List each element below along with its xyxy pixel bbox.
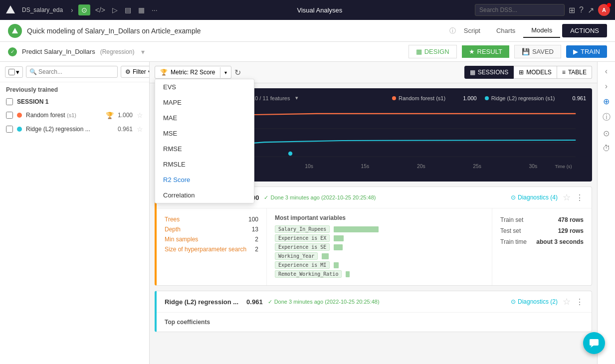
model-checkbox-0[interactable] [6,112,13,119]
checkbox-input[interactable] [8,69,15,75]
app-logo [5,4,16,15]
model-checkbox-1[interactable] [6,126,13,133]
design-button[interactable]: ▦ DESIGN [409,45,457,58]
feature-row-4: Experience is MI [275,261,484,269]
project-name[interactable]: DS_salary_eda [19,6,66,13]
models-icon: ⊞ [519,69,524,76]
filter-button[interactable]: ⚙ Filter ▾ [121,66,150,78]
arrow-icon: › [69,5,75,15]
legend-dot-1 [485,96,489,100]
session-item[interactable]: SESSION 1 [0,95,149,108]
legend-score-1: 0.961 [572,95,586,101]
model-star-0[interactable]: ☆ [563,192,571,203]
user-avatar[interactable]: A [598,4,610,16]
model-card-body-0: Trees 100 Depth 13 Min samples 2 Size of… [157,208,592,285]
feature-bar-2 [334,244,343,250]
play-icon[interactable]: ▷ [110,5,120,15]
model-name-0: Random forest (s1) [26,112,102,119]
dropdown-arrow[interactable]: ▾ [16,68,19,76]
sessions-view-btn[interactable]: ▦ SESSIONS [464,66,514,79]
history-icon[interactable]: ⏱ [603,144,611,153]
metric-item-rmsle[interactable]: RMSLE [155,157,254,172]
sidebar-model-item-1[interactable]: Ridge (L2) regression ... 0.961 ☆ [0,122,149,136]
layout-icon[interactable]: ▦ [136,5,147,15]
help-icon[interactable]: ? [579,5,584,14]
table-view-btn[interactable]: ≡ TABLE [557,66,592,79]
model-card-time-0: ✓ Done 3 minutes ago (2022-10-25 20:25:4… [264,194,376,201]
metric-item-evs[interactable]: EVS [155,79,254,95]
model-params-0: Trees 100 Depth 13 Min samples 2 Size of… [157,208,266,285]
metric-item-rmse[interactable]: RMSE [155,141,254,157]
nav-back-icon[interactable]: ‹ [605,67,608,76]
chat-fab[interactable] [583,332,605,354]
svg-marker-21 [591,346,594,348]
table-icon[interactable]: ▤ [123,5,133,15]
select-all-checkbox[interactable]: ▾ [5,66,23,78]
metric-item-mape[interactable]: MAPE [155,95,254,110]
chevron-down-icon[interactable]: ▾ [139,47,147,57]
nav-forward-icon[interactable]: › [605,82,608,91]
model-dot-0 [17,113,22,118]
models-tab[interactable]: Models [523,23,560,38]
script-tab[interactable]: Script [456,23,488,38]
models-view-btn[interactable]: ⊞ MODELS [514,66,557,79]
top-coefficients-title: Top coefficients [165,319,210,326]
svg-rect-20 [590,339,599,346]
home-icon[interactable]: ⊙ [78,4,90,15]
header-navigation: Script Charts Models [456,23,560,38]
diagnostics-button-1[interactable]: ⊙ Diagnostics (2) [511,298,558,305]
grid-icon[interactable]: ⊞ [569,5,575,15]
feature-bar-3 [322,253,329,259]
metric-dropdown-arrow[interactable]: ▾ [220,67,231,78]
star-icon-0[interactable]: ☆ [137,111,143,119]
sidebar-toolbar: ▾ 🔍 ⚙ Filter ▾ [0,62,149,82]
info-icon[interactable]: ⓘ [603,112,611,123]
model-card-body-1: Top coefficients [157,313,592,332]
add-icon[interactable]: ⊕ [603,97,610,106]
diagnostics-button-0[interactable]: ⊙ Diagnostics (4) [511,194,558,201]
code-icon[interactable]: </> [93,5,107,15]
notifications-icon[interactable]: ↗ [588,5,594,15]
regression-label: (Regression) [100,48,135,55]
star-icon-1[interactable]: ☆ [137,125,143,133]
result-icon: ★ [469,48,475,55]
train-button[interactable]: ▶ TRAIN [566,45,607,58]
metric-item-r2[interactable]: R2 Score [155,172,254,187]
model-star-1[interactable]: ☆ [563,296,571,307]
svg-text:30s: 30s [529,164,538,169]
help-circle-icon[interactable]: ⓘ [449,26,456,35]
svg-marker-0 [6,5,15,13]
charts-tab[interactable]: Charts [488,23,523,38]
sidebar-model-item-0[interactable]: Random forest (s1) 🏆 1.000 ☆ [0,108,149,122]
global-search-input[interactable] [475,4,565,16]
features-title-0: Most important variables [275,214,484,221]
diag-icon-1: ⊙ [511,298,516,305]
metric-item-correlation[interactable]: Correlation [155,187,254,203]
metric-dropdown[interactable]: 🏆 Metric: R2 Score ▾ [155,66,231,79]
legend-item-0: Random forest (s1) 1.000 [392,95,477,101]
metric-item-mse[interactable]: MSE [155,126,254,141]
actions-button[interactable]: ACTIONS [562,24,607,37]
refresh-icon[interactable]: ↻ [234,68,241,77]
result-button[interactable]: ★ RESULT [462,45,509,58]
metric-item-mae[interactable]: MAE [155,110,254,126]
checkmark-icon: ✓ [264,194,268,201]
saved-button[interactable]: 💾 SAVED [514,45,561,58]
param-hyperparameter: Size of hyperparameter search 2 [165,244,258,254]
share-icon[interactable]: ⊙ [603,129,610,138]
features-dropdown-arrow[interactable]: ▾ [295,95,298,101]
play-icon: ▶ [573,48,578,55]
feature-row-1: Experience is EX [275,234,484,242]
trophy-icon-0: 🏆 [106,112,114,119]
sidebar-search-input[interactable] [26,66,118,78]
model-card-time-1: ✓ Done 3 minutes ago (2022-10-25 20:25:4… [268,299,380,305]
model-more-button-1[interactable]: ⋮ [576,297,584,307]
more-icon[interactable]: ··· [150,5,160,15]
session-checkbox[interactable] [6,98,13,105]
model-more-button-0[interactable]: ⋮ [576,193,584,202]
feature-bar-1 [334,235,344,241]
svg-point-11 [288,152,292,156]
session-features: 10 / 11 features [252,95,290,101]
svg-marker-1 [12,28,18,33]
model-score-1: 0.961 [118,126,133,133]
